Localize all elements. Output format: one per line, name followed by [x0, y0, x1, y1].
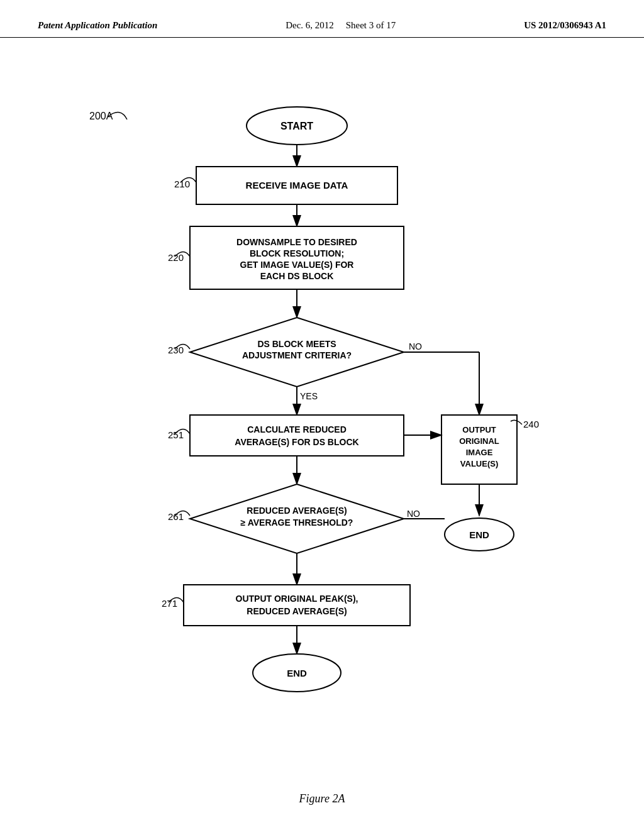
- svg-text:BLOCK RESOLUTION;: BLOCK RESOLUTION;: [250, 248, 344, 258]
- svg-text:CALCULATE REDUCED: CALCULATE REDUCED: [247, 424, 347, 434]
- svg-text:OUTPUT: OUTPUT: [462, 425, 496, 434]
- svg-text:DS BLOCK MEETS: DS BLOCK MEETS: [257, 339, 336, 349]
- svg-text:GET IMAGE VALUE(S) FOR: GET IMAGE VALUE(S) FOR: [240, 260, 354, 270]
- svg-text:REDUCED AVERAGE(S): REDUCED AVERAGE(S): [247, 606, 347, 616]
- svg-text:DOWNSAMPLE TO DESIRED: DOWNSAMPLE TO DESIRED: [236, 237, 357, 247]
- svg-text:VALUE(S): VALUE(S): [460, 459, 498, 468]
- page-header: Patent Application Publication Dec. 6, 2…: [0, 0, 644, 38]
- svg-text:ADJUSTMENT CRITERIA?: ADJUSTMENT CRITERIA?: [242, 350, 352, 360]
- patent-number: US 2012/0306943 A1: [524, 20, 606, 31]
- label-240-num: 240: [523, 419, 539, 429]
- box-251: [190, 415, 404, 456]
- end-bottom-label: END: [287, 668, 307, 678]
- svg-text:EACH DS BLOCK: EACH DS BLOCK: [260, 271, 334, 281]
- label-230-yes: YES: [300, 391, 318, 401]
- label-220-num: 220: [168, 252, 184, 263]
- svg-text:OUTPUT ORIGINAL PEAK(S),: OUTPUT ORIGINAL PEAK(S),: [236, 594, 358, 604]
- label-230-no: NO: [409, 341, 422, 351]
- label-200a: 200A: [89, 111, 113, 121]
- svg-text:≥ AVERAGE THRESHOLD?: ≥ AVERAGE THRESHOLD?: [241, 517, 353, 528]
- date-sheet: Dec. 6, 2012 Sheet 3 of 17: [286, 20, 396, 31]
- date: Dec. 6, 2012: [286, 20, 334, 30]
- label-261-num: 261: [168, 511, 184, 522]
- svg-text:REDUCED AVERAGE(S): REDUCED AVERAGE(S): [247, 506, 347, 516]
- start-label: START: [280, 121, 313, 131]
- label-251-num: 251: [168, 429, 184, 440]
- label-230-num: 230: [168, 345, 184, 355]
- label-210-text: RECEIVE IMAGE DATA: [246, 180, 348, 191]
- svg-text:ORIGINAL: ORIGINAL: [459, 436, 499, 446]
- label-261-no: NO: [407, 509, 420, 519]
- label-210-num: 210: [174, 179, 190, 189]
- sheet: Sheet 3 of 17: [346, 20, 396, 30]
- svg-text:AVERAGE(S) FOR DS BLOCK: AVERAGE(S) FOR DS BLOCK: [235, 437, 358, 447]
- diagram-area: 200A START RECEIVE IMAGE DATA 210 DOWNSA…: [0, 44, 644, 818]
- flowchart-svg: 200A START RECEIVE IMAGE DATA 210 DOWNSA…: [52, 57, 592, 786]
- box-271: [184, 585, 410, 626]
- publication-label: Patent Application Publication: [38, 20, 157, 31]
- end-right-label: END: [469, 529, 489, 540]
- label-271-num: 271: [162, 598, 177, 609]
- svg-text:IMAGE: IMAGE: [466, 448, 493, 457]
- figure-caption: Figure 2A: [38, 792, 606, 805]
